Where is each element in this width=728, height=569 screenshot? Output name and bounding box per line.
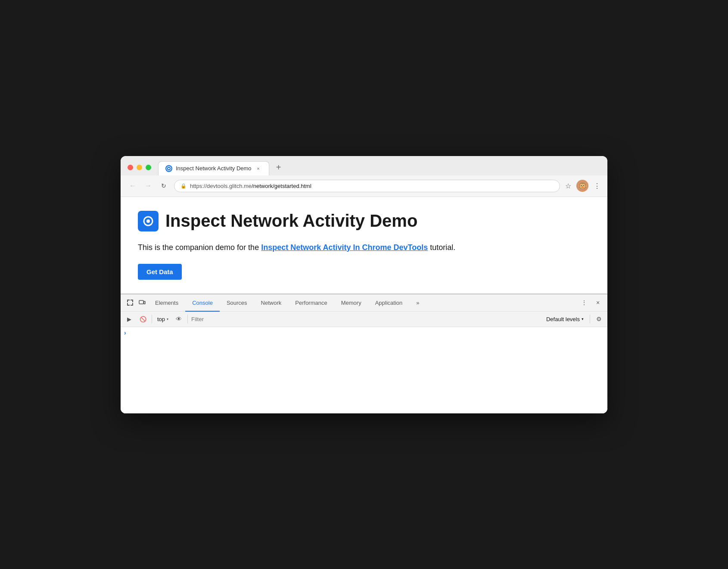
page-title-row: Inspect Network Activity Demo (138, 211, 590, 231)
tab-more[interactable]: » (409, 294, 426, 312)
devtools-tabs: Elements Console Sources Network Perform… (121, 294, 607, 312)
inspect-element-icon[interactable] (124, 297, 136, 309)
close-button[interactable] (128, 165, 133, 170)
menu-icon[interactable]: ⋮ (594, 182, 600, 190)
tab-close-button[interactable]: × (255, 165, 262, 172)
tab-console[interactable]: Console (185, 294, 220, 312)
maximize-button[interactable] (146, 165, 151, 170)
tab-title: Inspect Network Activity Demo (176, 165, 252, 172)
page-content: Inspect Network Activity Demo This is th… (121, 197, 607, 294)
device-toggle-icon[interactable] (136, 297, 148, 309)
address-bar: ← → ↻ 🔒 https://devtools.glitch.me/netwo… (121, 175, 607, 197)
devtools-link[interactable]: Inspect Network Activity In Chrome DevTo… (261, 243, 428, 252)
block-icon[interactable]: 🚫 (138, 314, 148, 324)
avatar[interactable]: 🐵 (576, 180, 588, 192)
reload-button[interactable]: ↻ (159, 181, 169, 191)
console-caret[interactable]: › (124, 329, 126, 336)
traffic-lights (128, 165, 151, 170)
new-tab-button[interactable]: + (273, 162, 285, 174)
browser-window: Inspect Network Activity Demo × + ← → ↻ … (121, 156, 607, 413)
page-description: This is the companion demo for the Inspe… (138, 242, 590, 253)
tab-elements[interactable]: Elements (148, 294, 185, 312)
tab-performance[interactable]: Performance (288, 294, 334, 312)
console-body: › (121, 327, 607, 413)
page-title: Inspect Network Activity Demo (165, 211, 417, 231)
devtools-close-button[interactable]: × (592, 297, 604, 309)
description-suffix: tutorial. (428, 243, 455, 252)
tab-application[interactable]: Application (368, 294, 410, 312)
toolbar-icons: ☆ 🐵 ⋮ (565, 180, 600, 192)
tab-sources[interactable]: Sources (220, 294, 254, 312)
console-settings-icon[interactable]: ⚙ (594, 314, 604, 324)
context-selector[interactable]: top ▾ (156, 315, 170, 323)
levels-arrow-icon: ▾ (582, 317, 584, 321)
tabs-row: Inspect Network Activity Demo × + (158, 161, 600, 175)
default-levels-selector[interactable]: Default levels ▾ (544, 315, 586, 323)
default-levels-label: Default levels (546, 316, 580, 322)
toolbar-divider-3 (590, 315, 590, 323)
url-prefix: https://devtools.glitch.me (190, 183, 252, 189)
tab-favicon (165, 165, 172, 172)
active-tab[interactable]: Inspect Network Activity Demo × (158, 161, 269, 175)
svg-rect-5 (139, 300, 143, 304)
back-button[interactable]: ← (128, 181, 138, 191)
svg-point-4 (146, 219, 150, 223)
url-text: https://devtools.glitch.me/network/getst… (190, 183, 554, 189)
title-bar: Inspect Network Activity Demo × + (121, 156, 607, 175)
toolbar-divider-2 (187, 315, 188, 323)
svg-point-1 (168, 168, 170, 169)
description-prefix: This is the companion demo for the (138, 243, 261, 252)
star-icon[interactable]: ☆ (565, 182, 571, 190)
tab-memory[interactable]: Memory (334, 294, 368, 312)
url-suffix: /network/getstarted.html (252, 183, 311, 189)
context-arrow-icon: ▾ (167, 317, 168, 321)
toolbar-divider (152, 315, 152, 323)
console-toolbar: ▶ 🚫 top ▾ 👁 Default levels ▾ ⚙ (121, 312, 607, 327)
devtools-panel: Elements Console Sources Network Perform… (121, 294, 607, 413)
context-label: top (157, 316, 165, 322)
forward-button[interactable]: → (143, 181, 153, 191)
devtools-tabs-right: ⋮ × (578, 297, 604, 309)
svg-rect-6 (144, 301, 145, 304)
get-data-button[interactable]: Get Data (138, 264, 182, 280)
tab-network[interactable]: Network (254, 294, 289, 312)
url-bar[interactable]: 🔒 https://devtools.glitch.me/network/get… (174, 180, 560, 192)
page-favicon-icon (138, 211, 159, 231)
lock-icon: 🔒 (180, 183, 187, 189)
eye-icon[interactable]: 👁 (174, 314, 184, 324)
filter-input[interactable] (191, 316, 540, 322)
minimize-button[interactable] (137, 165, 142, 170)
clear-console-icon[interactable]: ▶ (124, 314, 134, 324)
devtools-more-button[interactable]: ⋮ (578, 297, 590, 309)
